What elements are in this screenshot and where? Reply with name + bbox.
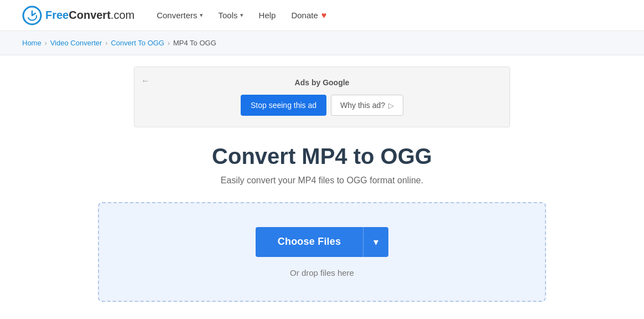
converters-chevron-icon: ▾ (200, 12, 203, 19)
breadcrumb-current: MP4 To OGG (173, 39, 216, 47)
why-ad-icon: ▷ (388, 101, 394, 110)
page-title: Convert MP4 to OGG (212, 144, 432, 169)
ads-by-label: Ads by Google (295, 78, 350, 87)
main-content: ← Ads by Google Stop seeing this ad Why … (0, 55, 644, 319)
stop-seeing-ad-button[interactable]: Stop seeing this ad (241, 95, 326, 116)
logo-convert-text: Convert (69, 9, 111, 21)
nav-donate[interactable]: Donate ♥ (291, 11, 326, 20)
breadcrumb-sep-2: › (105, 39, 107, 47)
choose-files-button[interactable]: Choose Files (256, 227, 363, 257)
drop-zone[interactable]: Choose Files ▾ Or drop files here (98, 202, 546, 302)
ad-buttons: Stop seeing this ad Why this ad? ▷ (241, 95, 403, 116)
logo-com-text: .com (111, 9, 134, 21)
choose-files-dropdown-button[interactable]: ▾ (363, 227, 388, 257)
nav-tools[interactable]: Tools ▾ (219, 11, 243, 20)
breadcrumb-convert-to-ogg[interactable]: Convert To OGG (111, 39, 164, 47)
choose-files-row: Choose Files ▾ (256, 227, 388, 257)
ad-back-arrow-icon[interactable]: ← (141, 76, 150, 86)
tools-chevron-icon: ▾ (240, 12, 243, 19)
nav-converters[interactable]: Converters ▾ (157, 11, 202, 20)
breadcrumb-video-converter[interactable]: Video Converter (50, 39, 102, 47)
heart-icon: ♥ (321, 11, 327, 20)
header: FreeConvert.com Converters ▾ Tools ▾ Hel… (0, 0, 644, 31)
ad-block: ← Ads by Google Stop seeing this ad Why … (134, 66, 510, 127)
breadcrumb-home[interactable]: Home (22, 39, 41, 47)
nav-help[interactable]: Help (259, 11, 276, 20)
logo[interactable]: FreeConvert.com (22, 6, 134, 25)
main-nav: Converters ▾ Tools ▾ Help Donate ♥ (157, 11, 622, 20)
chevron-down-icon: ▾ (373, 236, 378, 248)
page-subtitle: Easily convert your MP4 files to OGG for… (221, 176, 423, 186)
breadcrumb-sep-1: › (45, 39, 47, 47)
why-this-ad-button[interactable]: Why this ad? ▷ (331, 95, 403, 116)
breadcrumb: Home › Video Converter › Convert To OGG … (0, 31, 644, 55)
drop-files-text: Or drop files here (290, 268, 354, 277)
breadcrumb-sep-3: › (168, 39, 170, 47)
logo-free-text: Free (45, 9, 69, 21)
logo-icon (22, 6, 42, 25)
